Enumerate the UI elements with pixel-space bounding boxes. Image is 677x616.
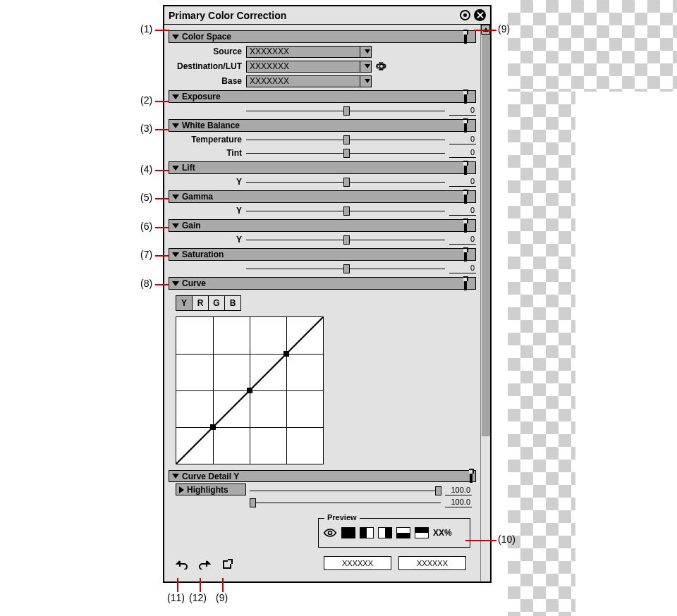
expand-icon[interactable]	[464, 164, 472, 172]
preview-swatch-split-h1[interactable]	[396, 527, 410, 538]
chevron-down-icon	[172, 223, 179, 228]
temperature-label: Temperature	[169, 135, 246, 144]
gain-y-slider[interactable]	[246, 235, 445, 245]
chevron-down-icon	[172, 94, 179, 99]
temperature-value[interactable]: 0	[449, 135, 476, 144]
preview-swatch-black[interactable]	[341, 527, 355, 538]
curve-tab-y[interactable]: Y	[176, 295, 193, 311]
lift-y-slider[interactable]	[246, 177, 445, 187]
cancel-button[interactable]: XXXXXX	[398, 556, 466, 570]
chevron-down-icon[interactable]	[360, 76, 371, 87]
gamma-y-slider[interactable]	[246, 206, 445, 216]
saturation-value[interactable]: 0	[449, 264, 476, 273]
reset-icon[interactable]	[221, 559, 233, 570]
gamma-y-label: Y	[169, 206, 246, 216]
source-dropdown[interactable]: XXXXXXX	[246, 46, 372, 58]
highlight-slider-1[interactable]	[250, 486, 441, 495]
section-saturation[interactable]: Saturation	[169, 248, 476, 261]
chevron-down-icon	[172, 474, 179, 479]
chevron-down-icon	[172, 166, 179, 171]
ok-button[interactable]: XXXXXX	[324, 556, 391, 570]
eye-icon[interactable]	[323, 528, 337, 538]
base-dropdown[interactable]: XXXXXXX	[246, 75, 372, 87]
expand-icon[interactable]	[470, 472, 472, 481]
chevron-right-icon	[179, 486, 184, 493]
highlight-value-1[interactable]: 100.0	[445, 486, 472, 495]
redo-icon[interactable]	[198, 559, 211, 570]
expand-icon[interactable]	[464, 92, 472, 101]
dest-label: Destination/LUT	[169, 61, 246, 71]
expand-icon[interactable]	[464, 279, 472, 288]
gear-icon[interactable]	[376, 61, 387, 72]
curve-tab-b[interactable]: B	[224, 295, 241, 311]
lift-y-value[interactable]: 0	[449, 177, 476, 187]
curve-point[interactable]	[210, 424, 216, 430]
expand-icon[interactable]	[464, 221, 472, 230]
gain-y-label: Y	[169, 235, 246, 245]
section-gain[interactable]: Gain	[169, 219, 476, 232]
curve-point[interactable]	[283, 351, 289, 357]
callout-7: (7)	[140, 249, 152, 260]
section-label: Highlights	[187, 485, 228, 495]
lift-y-label: Y	[169, 177, 246, 187]
section-lift[interactable]: Lift	[169, 161, 476, 174]
color-correction-panel: Primary Color Correction Color Space Sou…	[163, 5, 492, 583]
source-label: Source	[169, 47, 246, 56]
temperature-slider[interactable]	[246, 135, 445, 144]
callout-9a: (9)	[498, 23, 510, 35]
section-curve[interactable]: Curve	[169, 277, 476, 290]
section-gamma[interactable]: Gamma	[169, 190, 476, 203]
preview-swatch-split-v1[interactable]	[360, 527, 374, 538]
preview-swatch-split-h2[interactable]	[415, 527, 429, 538]
gain-y-value[interactable]: 0	[449, 235, 476, 245]
chevron-down-icon	[172, 252, 179, 257]
curve-tab-g[interactable]: G	[208, 295, 225, 311]
section-exposure[interactable]: Exposure	[169, 90, 476, 103]
section-label: Lift	[182, 163, 195, 173]
panel-title: Primary Color Correction	[169, 10, 286, 21]
preview-swatch-split-v2[interactable]	[378, 527, 392, 538]
record-icon[interactable]	[459, 9, 471, 21]
curve-point[interactable]	[247, 388, 252, 393]
chevron-down-icon[interactable]	[360, 47, 371, 57]
section-label: White Balance	[182, 121, 240, 130]
expand-icon[interactable]	[464, 121, 472, 130]
destination-dropdown[interactable]: XXXXXXX	[246, 61, 372, 73]
tint-value[interactable]: 0	[449, 148, 476, 158]
section-highlights[interactable]: Highlights	[176, 483, 246, 495]
chevron-down-icon	[172, 35, 179, 39]
section-label: Gain	[182, 221, 201, 230]
callout-1: (1)	[140, 23, 152, 35]
curve-tab-r[interactable]: R	[192, 295, 209, 311]
highlight-slider-2[interactable]	[250, 498, 441, 507]
exposure-value[interactable]: 0	[449, 106, 476, 116]
close-icon[interactable]	[474, 9, 486, 21]
checker-bg	[508, 92, 575, 616]
exposure-slider[interactable]	[246, 106, 445, 116]
preview-label: Preview	[324, 513, 360, 522]
callout-2: (2)	[140, 94, 152, 106]
highlight-value-2[interactable]: 100.0	[445, 498, 472, 507]
tint-slider[interactable]	[246, 148, 445, 158]
section-label: Exposure	[182, 92, 221, 101]
section-curve-detail[interactable]: Curve Detail Y	[169, 470, 476, 482]
expand-icon[interactable]	[464, 250, 472, 259]
chevron-down-icon[interactable]	[360, 61, 371, 72]
callout-5: (5)	[140, 192, 152, 203]
chevron-down-icon	[172, 195, 179, 199]
gamma-y-value[interactable]: 0	[449, 206, 476, 216]
callout-4: (4)	[140, 164, 152, 175]
section-color-space[interactable]: Color Space	[169, 30, 476, 43]
chevron-down-icon	[172, 123, 179, 128]
scrollbar[interactable]	[480, 25, 490, 581]
curve-editor[interactable]	[176, 316, 324, 464]
expand-icon[interactable]	[464, 192, 472, 201]
undo-icon[interactable]	[176, 559, 188, 570]
saturation-slider[interactable]	[246, 264, 445, 273]
section-white-balance[interactable]: White Balance	[169, 119, 476, 132]
callout-8: (8)	[140, 278, 152, 289]
callout-3: (3)	[140, 123, 152, 134]
expand-icon[interactable]	[464, 32, 472, 41]
callout-10: (10)	[498, 534, 516, 545]
scroll-thumb[interactable]	[482, 35, 490, 436]
